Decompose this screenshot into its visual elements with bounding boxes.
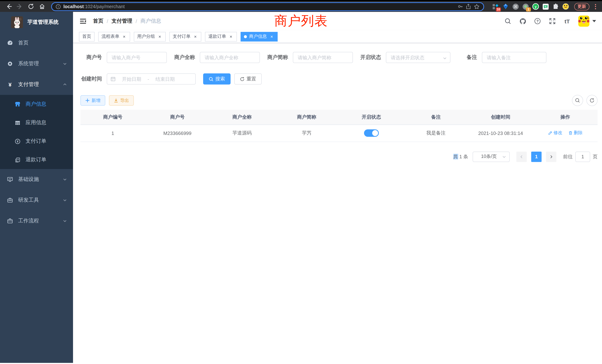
export-button[interactable]: 导出 [109, 95, 134, 106]
help-icon[interactable]: ? [534, 17, 541, 25]
extension-command-icon[interactable]: ⌘ [512, 3, 519, 10]
edit-link[interactable]: 修改 [548, 130, 562, 136]
sidebar-item-label: 支付订单 [26, 138, 46, 145]
extension-emoji-icon[interactable] [562, 3, 569, 10]
prev-page-button[interactable] [516, 151, 527, 162]
tab-label: 支付订单 [173, 33, 191, 40]
bookmark-star-icon[interactable] [474, 3, 480, 10]
sidebar-item-label: 退款订单 [26, 156, 46, 163]
page-size-select[interactable] [473, 151, 510, 162]
sidebar-menu: 首页 系统管理 ¥ 支付管理 商户信息 [0, 33, 73, 231]
extension-sketch-icon[interactable] [502, 3, 509, 10]
close-icon[interactable]: × [228, 34, 234, 39]
col-merchant-id: 商户号 [145, 110, 210, 125]
font-size-icon[interactable]: tT [563, 17, 571, 25]
status-toggle[interactable] [364, 129, 379, 137]
merchant-no-input[interactable] [107, 52, 167, 63]
close-icon[interactable]: × [193, 34, 198, 39]
col-create-time: 创建时间 [468, 110, 533, 125]
sidebar-item-refund-order[interactable]: 退款订单 [0, 150, 73, 169]
close-icon[interactable]: × [122, 34, 127, 39]
sidebar-item-label: 商户信息 [26, 101, 46, 107]
site-info-icon[interactable] [56, 4, 61, 9]
page-size-value[interactable] [473, 151, 510, 162]
tab-refund-order[interactable]: 退款订单× [205, 32, 237, 41]
delete-link[interactable]: 删除 [568, 130, 582, 136]
logo-rabbit-image [11, 16, 23, 28]
extensions-puzzle-icon[interactable] [552, 3, 559, 10]
goto-page-input[interactable] [575, 151, 590, 162]
breadcrumb-home[interactable]: 首页 [93, 18, 103, 24]
tab-pay-order[interactable]: 支付订单× [169, 32, 201, 41]
search-button[interactable]: 搜索 [203, 73, 231, 85]
next-page-button[interactable] [546, 151, 556, 162]
browser-home-icon[interactable] [37, 2, 47, 11]
sidebar-item-devtools[interactable]: 研发工具 [0, 190, 73, 211]
tab-label: 退款订单 [208, 33, 226, 40]
tab-merchant-info[interactable]: 商户信息× [241, 32, 278, 41]
date-range-separator: - [148, 76, 149, 82]
sidebar-item-app-info[interactable]: 应用信息 [0, 113, 73, 132]
share-icon[interactable] [466, 4, 471, 9]
cell-full-name: 芋道源码 [210, 125, 275, 142]
sidebar-fold-icon[interactable] [79, 17, 87, 25]
browser-menu-icon[interactable] [592, 3, 598, 10]
active-tab-dot [244, 35, 247, 38]
field-label: 商户简称 [267, 54, 288, 61]
password-key-icon[interactable] [457, 4, 463, 9]
search-icon[interactable] [504, 17, 512, 25]
app-logo[interactable]: 芋道管理系统 [0, 12, 73, 33]
page-number-active[interactable]: 1 [531, 151, 542, 162]
svg-text:y: y [535, 5, 537, 9]
sidebar-item-pay[interactable]: ¥ 支付管理 [0, 74, 73, 95]
end-date-input[interactable] [152, 76, 179, 82]
pay-submenu: 商户信息 应用信息 ¥ 支付订单 退款订单 [0, 95, 73, 169]
col-remark: 备注 [404, 110, 468, 125]
browser-reload-icon[interactable] [26, 2, 36, 11]
fullscreen-icon[interactable] [549, 17, 556, 25]
col-full-name: 商户全称 [210, 110, 275, 125]
sidebar-item-infra[interactable]: 基础设施 [0, 169, 73, 190]
extension-y-icon[interactable]: y [532, 3, 539, 10]
toggle-search-button[interactable] [572, 95, 583, 106]
start-date-input[interactable] [118, 76, 145, 82]
date-range-picker[interactable]: - [107, 73, 196, 85]
status-select-input[interactable] [386, 52, 450, 63]
sidebar-item-system[interactable]: 系统管理 [0, 53, 73, 74]
tab-home[interactable]: 首页 [79, 32, 95, 41]
add-button[interactable]: 新增 [80, 95, 105, 106]
status-select[interactable] [386, 52, 450, 63]
full-name-input[interactable] [200, 52, 260, 63]
extension-chat-icon[interactable] [542, 3, 549, 10]
extension-status-dot-icon[interactable]: 1 [522, 3, 529, 10]
chrome-update-button[interactable]: 更新 [574, 3, 589, 10]
user-menu[interactable] [578, 16, 596, 27]
tab-process-form[interactable]: 流程表单× [98, 32, 130, 41]
tab-user-group[interactable]: 用户分组× [134, 32, 166, 41]
reset-button[interactable]: 重置 [234, 73, 262, 85]
field-label: 创建时间 [80, 76, 102, 82]
remark-input[interactable] [482, 52, 546, 63]
browser-forward-icon[interactable] [15, 2, 24, 11]
screen: localhost:1024/pay/merchant 10 ⌘ [0, 0, 602, 364]
tab-label: 流程表单 [102, 33, 119, 40]
refresh-button[interactable] [586, 95, 598, 106]
breadcrumb-pay[interactable]: 支付管理 [112, 18, 132, 24]
yen-icon: ¥ [7, 82, 13, 87]
github-icon[interactable] [519, 17, 526, 25]
address-bar[interactable]: localhost:1024/pay/merchant [51, 2, 484, 11]
svg-text:¥: ¥ [9, 82, 12, 87]
sidebar-item-home[interactable]: 首页 [0, 33, 73, 53]
annotation-title: 商户列表 [274, 12, 328, 30]
sidebar-item-merchant-info[interactable]: 商户信息 [0, 95, 73, 113]
close-icon[interactable]: × [157, 34, 162, 39]
avatar[interactable] [578, 16, 589, 27]
extension-grid-diamond-icon[interactable]: 10 [492, 3, 499, 10]
short-name-input[interactable] [293, 52, 353, 63]
col-status: 开启状态 [339, 110, 404, 125]
close-icon[interactable]: × [269, 34, 274, 39]
sidebar-item-workflow[interactable]: 工作流程 [0, 211, 73, 231]
sidebar-item-pay-order[interactable]: ¥ 支付订单 [0, 132, 73, 150]
cell-merchant-no: 1 [80, 125, 145, 142]
browser-back-icon[interactable] [4, 2, 13, 11]
